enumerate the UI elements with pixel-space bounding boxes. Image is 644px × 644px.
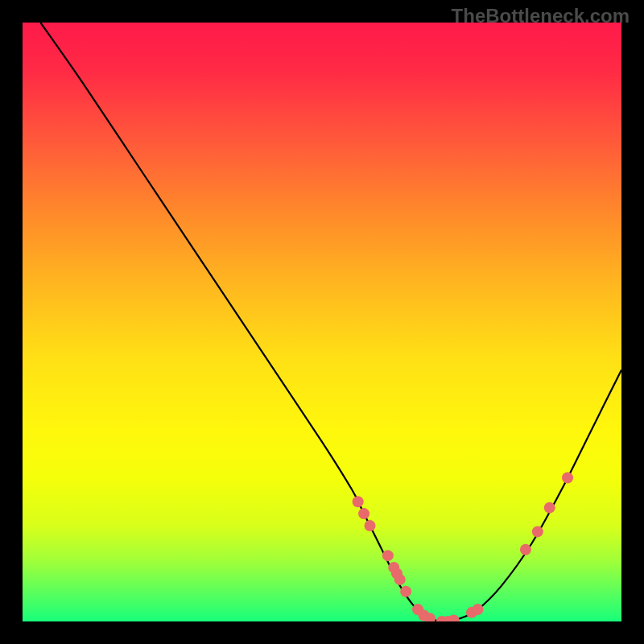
data-marker xyxy=(394,574,406,585)
data-marker xyxy=(448,615,460,621)
data-marker xyxy=(520,544,531,555)
marker-group xyxy=(353,472,573,621)
data-marker xyxy=(562,472,573,483)
data-marker xyxy=(358,508,369,519)
data-marker xyxy=(400,586,411,597)
plot-area xyxy=(23,23,621,621)
chart-svg xyxy=(23,23,621,621)
data-marker xyxy=(472,604,483,615)
watermark-text: TheBottleneck.com xyxy=(452,5,630,27)
data-marker xyxy=(353,496,364,507)
data-marker xyxy=(544,502,555,514)
data-marker xyxy=(365,520,376,531)
data-marker xyxy=(532,526,543,537)
data-marker xyxy=(382,550,394,561)
